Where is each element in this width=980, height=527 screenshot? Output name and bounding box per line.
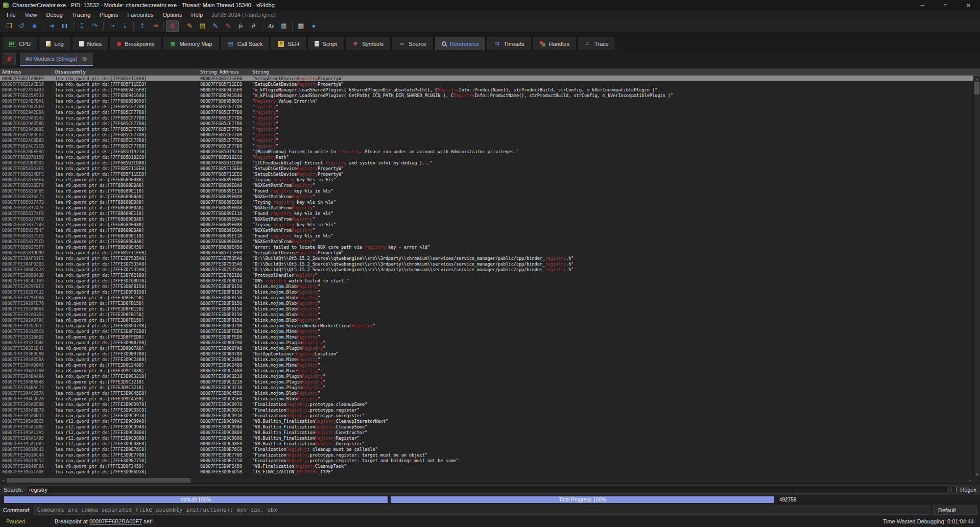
table-row[interactable]: 00007FF6B29A2CFDlea rcx,qword ptr ds:[7F…: [0, 104, 980, 109]
table-row[interactable]: 00007FFE395A0B78lea rax,qword ptr ds:[7F…: [0, 407, 980, 413]
run-button[interactable]: ➜: [45, 20, 58, 32]
table-row[interactable]: 00007FFE392D7D32lea rdx,qword ptr ds:[7F…: [0, 323, 980, 328]
animate-into-button[interactable]: ⇢: [106, 20, 118, 32]
menu-view[interactable]: View: [20, 11, 42, 18]
vertical-scrollbar[interactable]: ▲ ▼: [973, 76, 980, 477]
font-button[interactable]: Az: [265, 20, 277, 32]
table-row[interactable]: 00007FFE392A079Clea r8,qword ptr ds:[7FF…: [0, 317, 980, 323]
table-row[interactable]: 00007FFE394BAB48lea r8,qword ptr ds:[7FF…: [0, 379, 980, 385]
functions-button[interactable]: fx: [234, 20, 247, 32]
table-row[interactable]: 00007FFE392A03D3lea r8,qword ptr ds:[7FF…: [0, 312, 980, 317]
table-row[interactable]: 00007FFE395A0D35lea rax,qword ptr ds:[7F…: [0, 413, 980, 418]
table-row[interactable]: 00007FFE38C411A9lea rdx,qword ptr ds:[7F…: [0, 278, 980, 283]
column-header-address[interactable]: Address: [0, 68, 53, 75]
menu-favourites[interactable]: Favourites: [123, 11, 158, 18]
menu-file[interactable]: File: [2, 11, 20, 18]
calculator-shortcut-button[interactable]: ▦: [277, 20, 290, 32]
labels-button[interactable]: ✎: [209, 20, 222, 32]
maximize-button[interactable]: □: [934, 0, 957, 10]
tab-log[interactable]: Log: [39, 37, 70, 50]
calculator-button[interactable]: ▦: [295, 20, 307, 32]
table-row[interactable]: 00007FF6B5834BFClea rdx,qword ptr ds:[7F…: [0, 171, 980, 177]
step-into-button[interactable]: ↧: [76, 20, 88, 32]
table-row[interactable]: 00007FF6B245A533lea rdx,qword ptr ds:[7F…: [0, 92, 980, 98]
table-row[interactable]: 00007FFE394AD5BAlea rdx,qword ptr ds:[7F…: [0, 356, 980, 362]
table-row[interactable]: 00007FFE394AD6A5lea r8,qword ptr ds:[7FF…: [0, 362, 980, 368]
table-row[interactable]: 00007FFE394BAA9Alea rdx,qword ptr ds:[7F…: [0, 373, 980, 379]
animate-over-button[interactable]: ⇣: [118, 20, 131, 32]
table-row[interactable]: 00007FFE393E9C8Blea rdx,qword ptr ds:[7F…: [0, 351, 980, 356]
tab-threads[interactable]: ⇉Threads: [487, 37, 531, 50]
table-row[interactable]: 00007FFE39321E42lea r8,qword ptr ds:[7FF…: [0, 345, 980, 351]
tab-breakpoints[interactable]: Breakpoints: [110, 37, 161, 50]
regex-checkbox[interactable]: [951, 487, 957, 492]
table-row[interactable]: 00007FFE395A1685lea r12,qword ptr ds:[7F…: [0, 441, 980, 446]
tab-source[interactable]: ‹›Source: [392, 37, 434, 50]
command-input[interactable]: [34, 506, 929, 515]
table-row[interactable]: 00007FF6B21ACD16lea rdx,qword ptr ds:[7F…: [0, 81, 980, 87]
table-row[interactable]: 00007FFE38AFD1FElea rdx,qword ptr ds:[7F…: [0, 255, 980, 261]
scroll-left-icon[interactable]: ◄: [0, 477, 6, 483]
restart-button[interactable]: ↺: [15, 20, 28, 32]
table-row[interactable]: 00007FFE395A059Blea rax,qword ptr ds:[7F…: [0, 401, 980, 407]
table-row[interactable]: 00007FF6B2AC72CBlea rdx,qword ptr ds:[7F…: [0, 143, 980, 149]
table-row[interactable]: 00007FF6B58374FDlea r8,qword ptr ds:[7FF…: [0, 216, 980, 222]
subtab-all-modules-strings[interactable]: All Modules (Strings) ⊗: [20, 53, 93, 66]
table-row[interactable]: 00007FFE3929FBF2lea rdx,qword ptr ds:[7F…: [0, 283, 980, 289]
stop-button[interactable]: ■: [28, 20, 41, 32]
table-row[interactable]: 00007FFE3961BC42lea rax,qword ptr ds:[7F…: [0, 446, 980, 452]
table-row[interactable]: 00007FF6B58375CDlea r8,qword ptr ds:[7FF…: [0, 238, 980, 244]
tab-script[interactable]: Script: [307, 37, 344, 50]
strings-button[interactable]: S: [166, 20, 179, 32]
search-input[interactable]: [27, 485, 947, 494]
table-row[interactable]: 00007FFE394AD7A0lea r8,qword ptr ds:[7FF…: [0, 368, 980, 373]
scroll-right-icon[interactable]: ►: [967, 477, 973, 483]
table-row[interactable]: 00007FF6B58343F6lea rdx,qword ptr ds:[7F…: [0, 165, 980, 171]
comments-button[interactable]: ▤: [196, 20, 209, 32]
scroll-up-icon[interactable]: ▲: [974, 76, 980, 82]
scroll-down-icon[interactable]: ▼: [974, 471, 980, 477]
column-header-string-address[interactable]: String Address: [198, 68, 250, 75]
table-row[interactable]: 00007FFE395A10B5lea r12,qword ptr ds:[7F…: [0, 424, 980, 429]
open-file-button[interactable]: ❒: [3, 20, 15, 32]
table-row[interactable]: 00007FF6B5836EE4lea r9,qword ptr ds:[7FF…: [0, 177, 980, 182]
table-row[interactable]: 00007FF6B58375C6lea r9,qword ptr ds:[7FF…: [0, 233, 980, 238]
table-row[interactable]: 00007FFE38B9843Dlea rdx,qword ptr ds:[7F…: [0, 272, 980, 278]
vertical-scroll-thumb[interactable]: [974, 82, 979, 94]
menu-plugins[interactable]: Plugins: [95, 11, 123, 18]
table-row[interactable]: 00007FF6B5839D9Dlea rdx,qword ptr ds:[7F…: [0, 250, 980, 255]
tab-cpu[interactable]: 64CPU: [2, 37, 38, 50]
horizontal-scrollbar[interactable]: ◄ ►: [0, 477, 973, 483]
table-row[interactable]: 00007FFE395A1495lea r12,qword ptr ds:[7F…: [0, 435, 980, 441]
command-profile-dropdown[interactable]: Default: [933, 506, 977, 515]
table-row[interactable]: 00007FF6B58374F6lea r9,qword ptr ds:[7FF…: [0, 210, 980, 216]
subtab-close-icon[interactable]: ⊗: [82, 55, 87, 62]
pause-button[interactable]: ❚❚: [58, 20, 71, 32]
table-row[interactable]: 00007FF6B245A4D3lea rdx,qword ptr ds:[7F…: [0, 87, 980, 92]
table-row[interactable]: 00007FF6B21AB0E9lea rdx,qword ptr ds:[7F…: [0, 76, 980, 81]
minimize-button[interactable]: ─: [911, 0, 934, 10]
table-row[interactable]: 00007FF6B5836EF6lea r8,qword ptr ds:[7FF…: [0, 182, 980, 188]
tab-notes[interactable]: Notes: [72, 37, 109, 50]
table-row[interactable]: 00007FFE38AFD303lea rdx,qword ptr ds:[7F…: [0, 261, 980, 267]
table-row[interactable]: 00007FF6B58375F7lea r9,qword ptr ds:[7FF…: [0, 244, 980, 250]
table-row[interactable]: 00007FFE393165C6lea rdx,qword ptr ds:[7F…: [0, 328, 980, 334]
tab-symbols[interactable]: ❖Symbols: [345, 37, 391, 50]
table-row[interactable]: 00007FF6B29A360Elea rcx,qword ptr ds:[7F…: [0, 126, 980, 132]
table-row[interactable]: 00007FF6B5836F6Elea r9,qword ptr ds:[7FF…: [0, 188, 980, 194]
table-row[interactable]: 00007FFE392A0068lea r8,qword ptr ds:[7FF…: [0, 306, 980, 312]
table-row[interactable]: 00007FFE39321D4Elea rdx,qword ptr ds:[7F…: [0, 340, 980, 345]
table-row[interactable]: 00007FF6B29A3CA7lea rcx,qword ptr ds:[7F…: [0, 132, 980, 137]
bookmarks-button[interactable]: ✎: [222, 20, 234, 32]
table-row[interactable]: 00007FFE393166B2lea r8,qword ptr ds:[7FF…: [0, 334, 980, 340]
tab-handles[interactable]: Handles: [533, 37, 577, 50]
tab-trace[interactable]: ∴Trace: [578, 37, 616, 50]
menu-debug[interactable]: Debug: [41, 11, 67, 18]
table-row[interactable]: 00007FF6B5836F75lea r8,qword ptr ds:[7FF…: [0, 194, 980, 199]
table-row[interactable]: 00007FFE394CD620lea r8,qword ptr ds:[7FF…: [0, 396, 980, 401]
horizontal-scroll-thumb[interactable]: [7, 478, 190, 483]
menu-options[interactable]: Options: [158, 11, 187, 18]
table-row[interactable]: 00007FF6B29A35BDlea rcx,qword ptr ds:[7F…: [0, 121, 980, 126]
table-row[interactable]: 00007FFE38B4242Alea rdx,qword ptr ds:[7F…: [0, 267, 980, 272]
table-row[interactable]: 00007FFE39649F6Alea r9,qword ptr ds:[7FF…: [0, 463, 980, 469]
